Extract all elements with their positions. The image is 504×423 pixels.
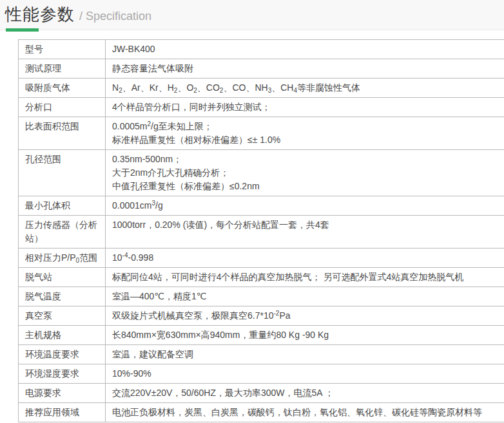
text-line: 标配同位4站，可同时进行4个样品的真空加热脱气； 另可选配外置式4站真空加热脱气… <box>112 270 498 284</box>
text-line: 0.0001cm3/g <box>112 199 498 212</box>
table-row: 分析口 4个样品管分析口，同时并列独立测试； <box>19 98 504 117</box>
spec-label-cell: 分析口 <box>19 98 106 117</box>
spec-value-cell: 10-4-0.998 <box>106 249 504 268</box>
spec-label-cell: 电源要求 <box>19 384 106 403</box>
spec-value-cell: N2、Ar、Kr、H2、O2、CO2、CO、NH3、CH4等非腐蚀性气体 <box>106 79 504 98</box>
table-row: 环境湿度要求 10%-90% <box>19 364 504 384</box>
text-line: 电池正负极材料，炭黑、白炭黑，碳酸钙，钛白粉，氧化铝、氧化锌、碳化硅等陶瓷原材料… <box>112 406 498 419</box>
spec-table-body: 型号 JW-BK400 测试原理 静态容量法气体吸附 吸附质气体 N2、Ar、K… <box>19 40 504 422</box>
text-line: JW-BK400 <box>112 42 498 56</box>
page: 性能参数 / Specification 型号 JW-BK400 测试原理 静态… <box>0 0 504 422</box>
table-row: 真空泵 双级旋片式机械真空泵，极限真空6.7*10-2Pa <box>19 306 504 326</box>
spec-value-cell: 0.0005m2/g至未知上限；标准样品重复性（相对标准偏差）≤± 1.0% <box>106 117 504 150</box>
text-line: 室温，建议配备空调 <box>112 348 498 361</box>
spec-table: 型号 JW-BK400 测试原理 静态容量法气体吸附 吸附质气体 N2、Ar、K… <box>18 39 504 422</box>
spec-value-cell: 0.0001cm3/g <box>106 196 504 216</box>
table-row: 吸附质气体 N2、Ar、Kr、H2、O2、CO2、CO、NH3、CH4等非腐蚀性… <box>19 79 504 98</box>
table-row: 电源要求 交流220V±20V，50/60HZ，最大功率300W，电流5A ； <box>19 384 504 403</box>
spec-label-cell: 测试原理 <box>19 59 106 79</box>
spec-value-cell: 长840mm×宽630mm×高940mm，重量约80 Kg -90 Kg <box>106 326 504 345</box>
text-line: N2、Ar、Kr、H2、O2、CO2、CO、NH3、CH4等非腐蚀性气体 <box>112 81 498 95</box>
page-title-zh: 性能参数 <box>5 3 75 26</box>
table-row: 孔径范围 0.35nm-500nm；大于2nm介孔大孔精确分析；中值孔径重复性（… <box>19 150 504 196</box>
table-row: 脱气温度 室温—400℃，精度1℃ <box>19 287 504 306</box>
text-line: 交流220V±20V，50/60HZ，最大功率300W，电流5A ； <box>112 386 498 400</box>
spec-value-cell: 双级旋片式机械真空泵，极限真空6.7*10-2Pa <box>106 306 504 326</box>
table-row: 测试原理 静态容量法气体吸附 <box>19 59 504 79</box>
spec-value-cell: 静态容量法气体吸附 <box>106 59 504 79</box>
text-line: 双级旋片式机械真空泵，极限真空6.7*10-2Pa <box>112 309 498 323</box>
table-row: 比表面积范围 0.0005m2/g至未知上限；标准样品重复性（相对标准偏差）≤±… <box>19 117 504 150</box>
text-line: 标准样品重复性（相对标准偏差）≤± 1.0% <box>112 133 498 147</box>
spec-value-cell: 1000torr，0.20% (读值)，每个分析站配置一套，共4套 <box>106 216 504 249</box>
spec-value-cell: 4个样品管分析口，同时并列独立测试； <box>106 98 504 117</box>
text-line: 长840mm×宽630mm×高940mm，重量约80 Kg -90 Kg <box>112 328 498 342</box>
text-line: 0.35nm-500nm； <box>112 153 498 166</box>
table-row: 相对压力P/P0范围 10-4-0.998 <box>19 249 504 268</box>
text-line: 静态容量法气体吸附 <box>112 62 498 75</box>
section-header: 性能参数 / Specification <box>0 0 504 30</box>
spec-label-cell: 吸附质气体 <box>19 79 106 98</box>
spec-label-cell: 推荐应用领域 <box>19 403 106 422</box>
table-row: 压力传感器（分析站） 1000torr，0.20% (读值)，每个分析站配置一套… <box>19 216 504 249</box>
text-line: 室温—400℃，精度1℃ <box>112 290 498 303</box>
spec-value-cell: 0.35nm-500nm；大于2nm介孔大孔精确分析；中值孔径重复性（标准偏差）… <box>106 150 504 196</box>
spec-label-cell: 环境温度要求 <box>19 345 106 364</box>
page-title: 性能参数 / Specification <box>5 3 151 26</box>
spec-label-cell: 型号 <box>19 40 106 59</box>
table-row: 最小孔体积 0.0001cm3/g <box>19 196 504 216</box>
table-row: 推荐应用领域 电池正负极材料，炭黑、白炭黑，碳酸钙，钛白粉，氧化铝、氧化锌、碳化… <box>19 403 504 422</box>
spec-label-cell: 压力传感器（分析站） <box>19 216 106 249</box>
text-line: 0.0005m2/g至未知上限； <box>112 120 498 133</box>
spec-label-cell: 真空泵 <box>19 306 106 326</box>
text-line: 1000torr，0.20% (读值)，每个分析站配置一套，共4套 <box>112 218 498 232</box>
spec-label-cell: 孔径范围 <box>19 150 106 196</box>
spec-label-cell: 主机规格 <box>19 326 106 345</box>
text-line: 大于2nm介孔大孔精确分析； <box>112 166 498 180</box>
spec-label-cell: 最小孔体积 <box>19 196 106 216</box>
spec-value-cell: JW-BK400 <box>106 40 504 59</box>
text-line: 中值孔径重复性（标准偏差）≤0.2nm <box>112 180 498 193</box>
spec-label-cell: 脱气温度 <box>19 287 106 306</box>
text-line: 10%-90% <box>112 367 498 381</box>
text-line: 4个样品管分析口，同时并列独立测试； <box>112 100 498 114</box>
spec-value-cell: 室温—400℃，精度1℃ <box>106 287 504 306</box>
spec-value-cell: 室温，建议配备空调 <box>106 345 504 364</box>
table-row: 型号 JW-BK400 <box>19 40 504 59</box>
spec-value-cell: 标配同位4站，可同时进行4个样品的真空加热脱气； 另可选配外置式4站真空加热脱气… <box>106 268 504 287</box>
spec-label-cell: 环境湿度要求 <box>19 364 106 384</box>
spec-label-cell: 比表面积范围 <box>19 117 106 150</box>
spec-value-cell: 电池正负极材料，炭黑、白炭黑，碳酸钙，钛白粉，氧化铝、氧化锌、碳化硅等陶瓷原材料… <box>106 403 504 422</box>
spec-label-cell: 相对压力P/P0范围 <box>19 249 106 268</box>
page-title-en: / Specification <box>79 10 151 23</box>
table-row: 环境温度要求 室温，建议配备空调 <box>19 345 504 364</box>
table-row: 主机规格 长840mm×宽630mm×高940mm，重量约80 Kg -90 K… <box>19 326 504 345</box>
accent-bar <box>6 28 39 32</box>
table-row: 脱气站 标配同位4站，可同时进行4个样品的真空加热脱气； 另可选配外置式4站真空… <box>19 268 504 287</box>
spec-label-cell: 脱气站 <box>19 268 106 287</box>
spec-value-cell: 交流220V±20V，50/60HZ，最大功率300W，电流5A ； <box>106 384 504 403</box>
spec-value-cell: 10%-90% <box>106 364 504 384</box>
text-line: 10-4-0.998 <box>112 251 498 265</box>
